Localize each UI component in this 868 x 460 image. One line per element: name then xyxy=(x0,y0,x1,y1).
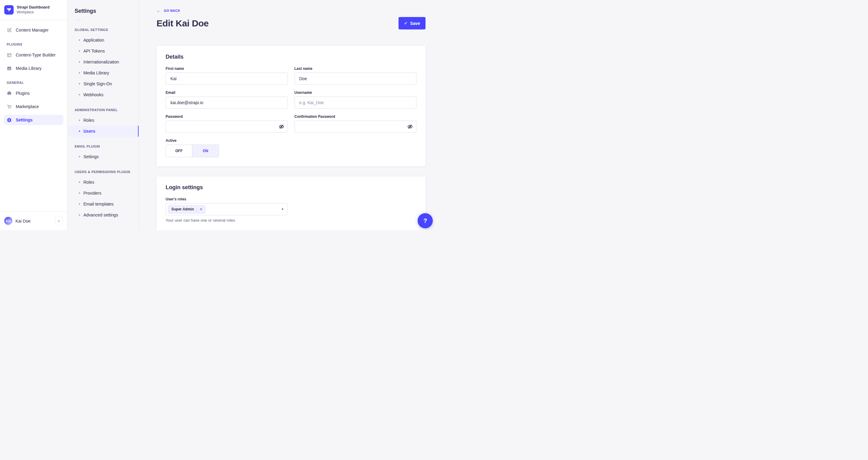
subnav-item-single-sign-on[interactable]: Single Sign-On xyxy=(67,78,138,89)
sidebar-item-label: Plugins xyxy=(16,91,30,96)
confirmation-password-input[interactable] xyxy=(294,120,417,133)
help-button[interactable]: ? xyxy=(417,213,433,228)
chevron-down-icon: ▾ xyxy=(282,207,283,211)
password-input[interactable] xyxy=(165,120,288,133)
chevron-left-icon: ‹ xyxy=(58,219,59,223)
active-toggle: OFF ON xyxy=(165,145,219,157)
question-mark-icon: ? xyxy=(423,218,427,224)
bullet-icon xyxy=(79,83,80,84)
email-field: Email xyxy=(165,90,288,109)
username-label: Username xyxy=(294,90,417,95)
puzzle-icon xyxy=(7,91,12,96)
brand-title: Strapi Dashboard xyxy=(17,5,50,10)
subnav-item-label: Advanced settings xyxy=(84,212,118,218)
sidebar-item-label: Settings xyxy=(16,117,32,122)
user-name: Kai Doe xyxy=(16,219,52,224)
subnav-item-admin-users[interactable]: Users xyxy=(67,126,138,137)
first-name-label: First name xyxy=(165,66,288,71)
bullet-icon xyxy=(79,203,80,205)
sidebar-item-label: Marketplace xyxy=(16,104,39,109)
strapi-logo-icon xyxy=(4,5,14,15)
user-roles-label: User's roles xyxy=(165,197,416,201)
subnav-item-webhooks[interactable]: Webhooks xyxy=(67,89,138,100)
email-input[interactable] xyxy=(165,96,288,109)
toggle-password-visibility-button[interactable] xyxy=(279,124,284,130)
subnav-item-label: Roles xyxy=(84,118,94,123)
confirmation-password-label: Confirmation Password xyxy=(294,114,417,119)
main-content: ← GO BACK Edit Kai Doe ✓ Save Details Fi… xyxy=(139,0,434,230)
subnav-item-up-email-templates[interactable]: Email templates xyxy=(67,199,138,209)
first-name-input[interactable] xyxy=(165,73,288,85)
bullet-icon xyxy=(79,120,80,121)
login-settings-title: Login settings xyxy=(165,184,416,191)
gear-icon xyxy=(7,117,12,123)
bullet-icon xyxy=(79,193,80,194)
active-field: Active OFF ON xyxy=(165,139,416,157)
sidebar-section-general: GENERAL xyxy=(4,81,63,84)
go-back-link[interactable]: ← GO BACK xyxy=(156,8,180,13)
bullet-icon xyxy=(79,156,80,157)
sidebar-item-label: Content-Type Builder xyxy=(16,53,56,57)
last-name-field: Last name xyxy=(294,66,417,85)
subnav-item-media-library[interactable]: Media Library xyxy=(67,67,138,78)
details-form: First name Last name Email Username Pass… xyxy=(165,66,416,133)
active-toggle-on[interactable]: ON xyxy=(192,145,219,157)
subnav-item-application[interactable]: Application xyxy=(67,35,138,46)
active-toggle-off[interactable]: OFF xyxy=(166,145,192,157)
sidebar-item-label: Media Library xyxy=(16,66,41,71)
last-name-input[interactable] xyxy=(294,73,417,85)
role-chip-label: Super Admin xyxy=(168,207,196,211)
subnav-item-email-settings[interactable]: Settings xyxy=(67,151,138,162)
subnav-section-users-permissions-plugin: USERS & PERMISSIONS PLUGIN xyxy=(67,170,138,174)
back-arrow-icon: ← xyxy=(156,8,161,13)
subnav-item-up-advanced-settings[interactable]: Advanced settings xyxy=(67,209,138,221)
save-button-label: Save xyxy=(410,21,420,26)
subnav-item-label: Roles xyxy=(84,180,94,184)
sidebar-item-label: Content Manager xyxy=(16,28,49,32)
details-card: Details First name Last name Email Usern… xyxy=(156,46,426,166)
subnav-item-internationalization[interactable]: Internationalization xyxy=(67,56,138,67)
save-button[interactable]: ✓ Save xyxy=(399,17,426,29)
username-input[interactable] xyxy=(294,96,417,109)
feather-icon xyxy=(7,28,12,33)
subnav-item-label: Providers xyxy=(84,191,101,196)
remove-role-button[interactable]: ✕ xyxy=(196,207,205,212)
user-roles-select[interactable]: Super Admin ✕ ▾ xyxy=(165,203,287,215)
layout-grid-icon xyxy=(7,53,12,58)
bullet-icon xyxy=(79,181,80,183)
bullet-icon xyxy=(79,61,80,62)
bullet-icon xyxy=(79,39,80,41)
bullet-icon xyxy=(79,131,80,132)
bullet-icon xyxy=(79,50,80,52)
first-name-field: First name xyxy=(165,66,288,85)
password-label: Password xyxy=(165,114,288,119)
sidebar-item-settings[interactable]: Settings xyxy=(4,115,63,125)
subnav-item-up-providers[interactable]: Providers xyxy=(67,188,138,199)
collapse-sidebar-button[interactable]: ‹ xyxy=(55,216,63,226)
subnav-item-api-tokens[interactable]: API Tokens xyxy=(67,46,138,56)
roles-hint: Your user can have one or several roles xyxy=(165,218,416,223)
brand-text: Strapi Dashboard Workplace xyxy=(17,5,50,15)
sidebar-item-content-manager[interactable]: Content Manager xyxy=(4,25,63,35)
main-sidebar: Strapi Dashboard Workplace Content Manag… xyxy=(0,0,67,230)
avatar: KD xyxy=(4,217,12,225)
picture-icon xyxy=(7,66,12,71)
sidebar-item-plugins[interactable]: Plugins xyxy=(4,88,63,98)
sidebar-nav: Content Manager PLUGINS Content-Type Bui… xyxy=(0,20,67,211)
eye-off-icon xyxy=(279,124,284,130)
role-chip: Super Admin ✕ xyxy=(168,205,205,213)
page-header: Edit Kai Doe ✓ Save xyxy=(156,17,426,29)
go-back-label: GO BACK xyxy=(164,9,180,12)
subnav-item-label: Email templates xyxy=(84,202,114,206)
brand-subtitle: Workplace xyxy=(17,10,50,15)
subnav-item-up-roles[interactable]: Roles xyxy=(67,177,138,188)
bullet-icon xyxy=(79,72,80,74)
subnav-item-admin-roles[interactable]: Roles xyxy=(67,115,138,126)
sidebar-item-content-type-builder[interactable]: Content-Type Builder xyxy=(4,50,63,60)
subnav-item-label: Users xyxy=(84,129,95,134)
toggle-confirmation-visibility-button[interactable] xyxy=(407,124,413,130)
active-label: Active xyxy=(165,139,416,143)
sidebar-item-marketplace[interactable]: Marketplace xyxy=(4,102,63,112)
sidebar-item-media-library[interactable]: Media Library xyxy=(4,63,63,74)
password-field: Password xyxy=(165,114,288,133)
